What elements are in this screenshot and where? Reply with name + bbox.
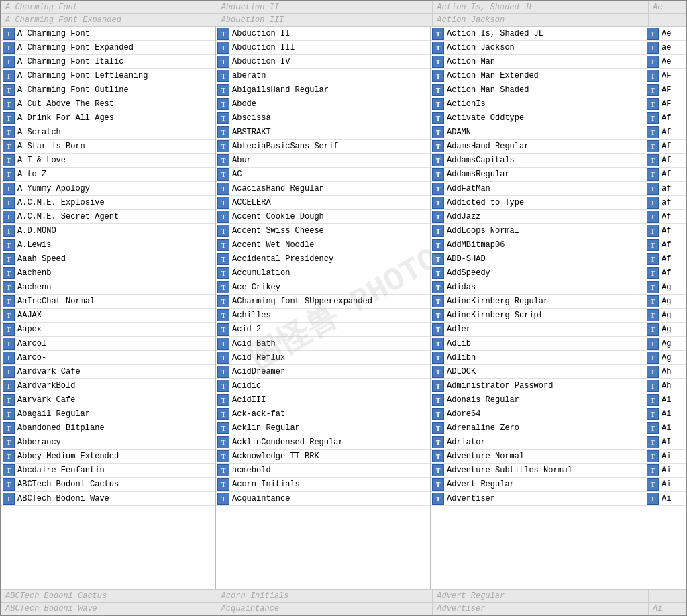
- list-item[interactable]: TACharming font SUpperexpanded: [216, 295, 430, 309]
- list-item[interactable]: TAf: [645, 210, 686, 224]
- list-item[interactable]: TAction Jackson: [431, 41, 645, 55]
- list-item[interactable]: TAh: [645, 379, 686, 393]
- list-item[interactable]: TA Scratch: [1, 125, 215, 140]
- list-item[interactable]: TAbberancy: [1, 435, 215, 450]
- list-item[interactable]: TAddamsRegular: [431, 168, 645, 182]
- list-item[interactable]: TAdriator: [431, 435, 645, 450]
- list-item[interactable]: TADD-SHAD: [431, 252, 645, 266]
- list-item[interactable]: TAccent Swiss Cheese: [216, 224, 430, 238]
- list-item[interactable]: TAdonais Regular: [431, 393, 645, 407]
- list-item[interactable]: TADLOCK: [431, 365, 645, 379]
- list-item[interactable]: TAcidic: [216, 379, 430, 393]
- list-item[interactable]: TAction Man Shaded: [431, 83, 645, 97]
- list-item[interactable]: TAddSpeedy: [431, 266, 645, 280]
- list-item[interactable]: TA T & Love: [1, 154, 215, 168]
- list-item[interactable]: TAf: [645, 252, 686, 266]
- list-item[interactable]: TAccumulation: [216, 266, 430, 280]
- list-item[interactable]: TA Drink For All Ages: [1, 111, 215, 125]
- list-item[interactable]: TAdidas: [431, 280, 645, 295]
- list-item[interactable]: Tae: [645, 41, 686, 55]
- list-item[interactable]: TAf: [645, 154, 686, 168]
- list-item[interactable]: TAachenn: [1, 280, 215, 295]
- list-item[interactable]: TAarvark Cafe: [1, 393, 215, 407]
- list-item[interactable]: TAf: [645, 125, 686, 140]
- list-item[interactable]: TActivate Oddtype: [431, 111, 645, 125]
- list-item[interactable]: TAce Crikey: [216, 280, 430, 295]
- list-item[interactable]: TAf: [645, 140, 686, 154]
- list-item[interactable]: TAdvert Regular: [431, 478, 645, 492]
- list-item[interactable]: TA Charming Font Expanded: [1, 41, 215, 55]
- list-item[interactable]: TA.C.M.E. Explosive: [1, 196, 215, 210]
- list-item[interactable]: TAC: [216, 168, 430, 182]
- list-item[interactable]: TAbbey Medium Extended: [1, 450, 215, 464]
- list-item[interactable]: TAf: [645, 266, 686, 280]
- list-item[interactable]: Taf: [645, 182, 686, 196]
- list-item[interactable]: TAf: [645, 224, 686, 238]
- list-item[interactable]: TAardvark Cafe: [1, 365, 215, 379]
- list-item[interactable]: TAdlibn: [431, 351, 645, 365]
- list-item[interactable]: TAbscissa: [216, 111, 430, 125]
- list-item[interactable]: TAi: [645, 421, 686, 435]
- list-item[interactable]: TAccidental Presidency: [216, 252, 430, 266]
- list-item[interactable]: TAcid Bath: [216, 337, 430, 351]
- list-item[interactable]: TAdore64: [431, 407, 645, 421]
- list-item[interactable]: TAcorn Initials: [216, 478, 430, 492]
- list-item[interactable]: TAg: [645, 323, 686, 337]
- list-item[interactable]: TAbur: [216, 154, 430, 168]
- list-item[interactable]: TAi: [645, 464, 686, 478]
- list-item[interactable]: Taf: [645, 196, 686, 210]
- list-item[interactable]: TAaIrcChat Normal: [1, 295, 215, 309]
- list-item[interactable]: TACCELERA: [216, 196, 430, 210]
- list-item[interactable]: TAddJazz: [431, 210, 645, 224]
- list-item[interactable]: TAf: [645, 238, 686, 252]
- list-item[interactable]: TAddamsCapitals: [431, 154, 645, 168]
- list-item[interactable]: TABSTRAKT: [216, 125, 430, 140]
- list-item[interactable]: TAg: [645, 337, 686, 351]
- list-item[interactable]: TAachenb: [1, 266, 215, 280]
- list-item[interactable]: TAapex: [1, 323, 215, 337]
- list-item[interactable]: TAF: [645, 97, 686, 111]
- list-item[interactable]: TABCTech Bodoni Cactus: [1, 478, 215, 492]
- list-item[interactable]: TAcklin Regular: [216, 421, 430, 435]
- list-item[interactable]: TAbagail Regular: [1, 407, 215, 421]
- list-item[interactable]: TA Charming Font Italic: [1, 55, 215, 69]
- list-item[interactable]: TAdventure Normal: [431, 450, 645, 464]
- list-item[interactable]: TAction Man Extended: [431, 69, 645, 83]
- list-item[interactable]: TAg: [645, 351, 686, 365]
- list-item[interactable]: TA Cut Above The Rest: [1, 97, 215, 111]
- list-item[interactable]: TAccent Wet Noodle: [216, 238, 430, 252]
- list-item[interactable]: TAbteciaBasicSans Serif: [216, 140, 430, 154]
- list-item[interactable]: TAh: [645, 365, 686, 379]
- list-item[interactable]: TAcidDreamer: [216, 365, 430, 379]
- list-item[interactable]: TAe: [645, 27, 686, 41]
- list-item[interactable]: TA Yummy Apology: [1, 182, 215, 196]
- list-item[interactable]: TAi: [645, 407, 686, 421]
- list-item[interactable]: TAbigailsHand Regular: [216, 83, 430, 97]
- list-item[interactable]: TAchilles: [216, 309, 430, 323]
- list-item[interactable]: TA Charming Font Leftleaning: [1, 69, 215, 83]
- list-item[interactable]: TAi: [645, 492, 686, 506]
- list-item[interactable]: TAdventure Subtitles Normal: [431, 464, 645, 478]
- list-item[interactable]: TAbode: [216, 97, 430, 111]
- list-item[interactable]: TAcidIII: [216, 393, 430, 407]
- list-item[interactable]: TA.C.M.E. Secret Agent: [1, 210, 215, 224]
- list-item[interactable]: TAF: [645, 69, 686, 83]
- list-item[interactable]: TAg: [645, 280, 686, 295]
- list-item[interactable]: TAf: [645, 168, 686, 182]
- list-item[interactable]: TAcid 2: [216, 323, 430, 337]
- list-item[interactable]: TAddMBitmap06: [431, 238, 645, 252]
- list-item[interactable]: TAarco-: [1, 351, 215, 365]
- list-item[interactable]: TA Charming Font Outline: [1, 83, 215, 97]
- list-item[interactable]: TA.D.MONO: [1, 224, 215, 238]
- list-item[interactable]: TAf: [645, 111, 686, 125]
- list-item[interactable]: TAddicted to Type: [431, 196, 645, 210]
- list-item[interactable]: TAi: [645, 393, 686, 407]
- list-item[interactable]: TAcaciasHand Regular: [216, 182, 430, 196]
- list-item[interactable]: TAI: [645, 435, 686, 450]
- list-item[interactable]: TAe: [645, 55, 686, 69]
- list-item[interactable]: TA Charming Font: [1, 27, 215, 41]
- list-item[interactable]: Tacmebold: [216, 464, 430, 478]
- list-item[interactable]: TAbandoned Bitplane: [1, 421, 215, 435]
- list-item[interactable]: TAF: [645, 83, 686, 97]
- list-item[interactable]: TAdvertiser: [431, 492, 645, 506]
